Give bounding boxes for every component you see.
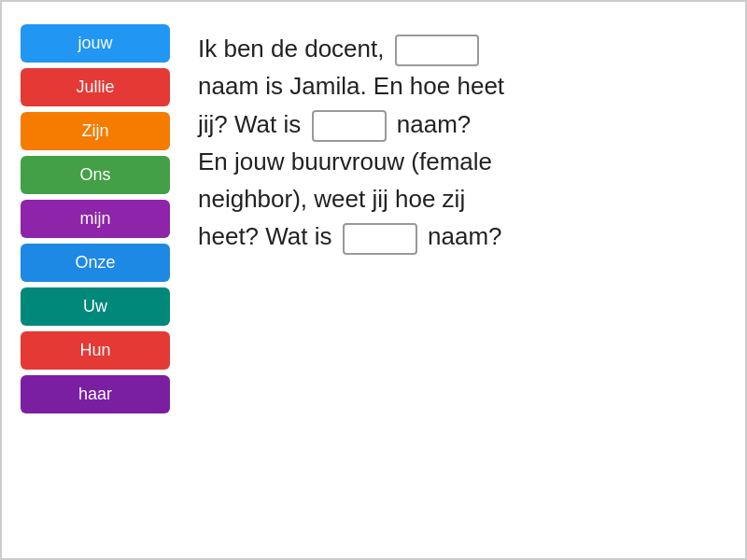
blank-2[interactable] — [312, 110, 387, 142]
blank-1[interactable] — [395, 35, 479, 66]
text-part3: jij? Wat is — [198, 110, 301, 138]
word-btn-jullie[interactable]: Jullie — [21, 68, 170, 106]
text-part2: naam is Jamila. En hoe heet — [198, 72, 504, 100]
word-btn-haar[interactable]: haar — [21, 375, 170, 413]
content-area: Ik ben de docent, naam is Jamila. En hoe… — [198, 21, 726, 539]
text-part8: naam? — [428, 222, 502, 250]
word-list: jouwJullieZijnOnsmijnOnzeUwHunhaar — [21, 21, 170, 539]
main-container: jouwJullieZijnOnsmijnOnzeUwHunhaar Ik be… — [0, 0, 747, 560]
sentence-block: Ik ben de docent, naam is Jamila. En hoe… — [198, 30, 504, 256]
word-btn-ons[interactable]: Ons — [21, 156, 170, 194]
text-part4: naam? — [397, 110, 472, 138]
word-btn-hun[interactable]: Hun — [21, 331, 170, 370]
text-part6: neighbor), weet jij hoe zij — [198, 185, 465, 213]
text-part5: En jouw buurvrouw (female — [198, 147, 492, 175]
word-btn-jouw[interactable]: jouw — [21, 24, 170, 63]
word-btn-zijn[interactable]: Zijn — [21, 112, 170, 150]
blank-3[interactable] — [343, 223, 417, 255]
word-btn-onze[interactable]: Onze — [21, 244, 170, 282]
text-part7: heet? Wat is — [198, 222, 332, 250]
word-btn-uw[interactable]: Uw — [21, 287, 170, 326]
word-btn-mijn[interactable]: mijn — [21, 200, 170, 238]
text-part1: Ik ben de docent, — [198, 35, 384, 63]
